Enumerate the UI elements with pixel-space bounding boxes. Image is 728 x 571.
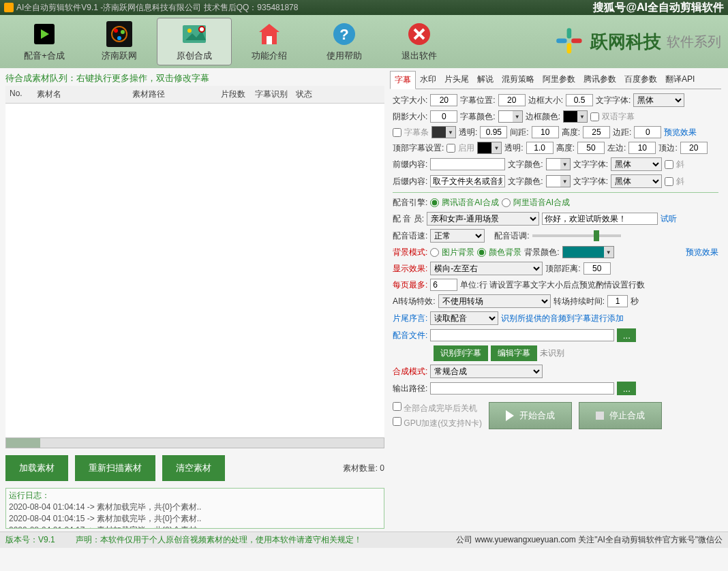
browse-audio-button[interactable]: ... bbox=[617, 328, 636, 342]
subbar-color-picker[interactable]: ▼ bbox=[431, 126, 456, 138]
main-toolbar: 配音+合成 济南跃网 原创合成 功能介绍 ? 使用帮助 退出软件 跃网科技 软件… bbox=[0, 15, 728, 68]
svg-rect-12 bbox=[267, 36, 272, 44]
subtitle-color-picker[interactable]: ▼ bbox=[498, 110, 523, 123]
bilingual-checkbox[interactable] bbox=[590, 112, 599, 121]
voice-select[interactable]: 亲和女声-通用场景 bbox=[427, 212, 539, 226]
svg-rect-17 bbox=[571, 39, 581, 44]
titlebar: AI全自动剪辑软件V9.1 -济南跃网信息科技有限公司 技术售后QQ：93548… bbox=[0, 0, 728, 15]
titlebar-brand: 搜狐号@AI全自动剪辑软件 bbox=[593, 1, 724, 15]
top-dist-input[interactable] bbox=[583, 262, 611, 275]
app-icon bbox=[4, 3, 14, 12]
clear-material-button[interactable]: 清空素材 bbox=[162, 455, 225, 481]
svg-rect-19 bbox=[556, 39, 566, 44]
tab-watermark[interactable]: 水印 bbox=[416, 71, 440, 89]
bg-color-picker[interactable]: ▼ bbox=[562, 246, 614, 258]
toolbar-exit[interactable]: 退出软件 bbox=[382, 18, 457, 65]
tab-subtitle[interactable]: 字幕 bbox=[390, 71, 416, 89]
test-text-input[interactable] bbox=[542, 213, 658, 225]
shutdown-checkbox[interactable] bbox=[393, 402, 401, 411]
preview-link[interactable]: 预览效果 bbox=[664, 127, 697, 138]
top-opacity-input[interactable] bbox=[526, 142, 553, 154]
height-input[interactable] bbox=[583, 126, 610, 138]
logo-area: 跃网科技 软件系列 bbox=[555, 27, 721, 57]
tab-mixcut[interactable]: 混剪策略 bbox=[498, 71, 539, 89]
compose-mode-select[interactable]: 常规合成 bbox=[430, 365, 543, 378]
top-margin-input[interactable] bbox=[680, 142, 708, 154]
tail-select[interactable]: 读取配音 bbox=[430, 311, 498, 325]
transition-select[interactable]: 不使用转场 bbox=[438, 294, 551, 308]
subtitle-pos-input[interactable] bbox=[498, 94, 526, 106]
engine-ali-radio[interactable] bbox=[502, 198, 511, 207]
toolbar-dubbing-compose[interactable]: 配音+合成 bbox=[7, 18, 82, 65]
suffix-italic-checkbox[interactable] bbox=[665, 177, 673, 186]
top-enable-checkbox[interactable] bbox=[446, 144, 455, 153]
tab-translate[interactable]: 翻译API bbox=[661, 71, 699, 89]
font-size-input[interactable] bbox=[430, 94, 457, 106]
speed-select[interactable]: 正常 bbox=[430, 229, 485, 243]
preview-link-2[interactable]: 预览效果 bbox=[686, 247, 718, 258]
svg-point-4 bbox=[114, 29, 118, 33]
suffix-color-picker[interactable]: ▼ bbox=[546, 175, 571, 187]
audio-file-input[interactable] bbox=[430, 329, 614, 341]
material-table-body[interactable] bbox=[5, 104, 384, 437]
bg-img-radio[interactable] bbox=[430, 248, 439, 257]
subtitle-bar-checkbox[interactable] bbox=[393, 128, 401, 137]
max-line-input[interactable] bbox=[430, 279, 457, 291]
prefix-italic-checkbox[interactable] bbox=[665, 160, 673, 169]
load-material-button[interactable]: 加载素材 bbox=[5, 455, 68, 481]
toolbar-jinan[interactable]: 济南跃网 bbox=[82, 18, 157, 65]
edit-subtitle-button[interactable]: 编辑字幕 bbox=[491, 345, 537, 361]
top-color-picker[interactable]: ▼ bbox=[477, 142, 502, 154]
border-size-input[interactable] bbox=[566, 94, 593, 106]
tab-headtail[interactable]: 片头尾 bbox=[440, 71, 473, 89]
bg-color-radio[interactable] bbox=[477, 248, 486, 257]
font-family-select[interactable]: 黑体 bbox=[633, 93, 684, 107]
svg-point-10 bbox=[199, 27, 204, 32]
svg-rect-2 bbox=[106, 21, 132, 47]
queue-hint: 待合成素材队列：右键执行更多操作，双击修改字幕 bbox=[5, 71, 384, 86]
tab-narration[interactable]: 解说 bbox=[473, 71, 498, 89]
prefix-input[interactable] bbox=[430, 158, 505, 170]
log-panel: 运行日志： 2020-08-04 01:04:14 -> 素材加载完毕，共{0}… bbox=[5, 488, 384, 529]
top-height-input[interactable] bbox=[577, 142, 605, 154]
gpu-checkbox[interactable] bbox=[393, 417, 401, 426]
svg-point-8 bbox=[187, 29, 192, 33]
browse-output-button[interactable]: ... bbox=[617, 382, 636, 395]
trans-dur-input[interactable] bbox=[607, 295, 628, 307]
opacity-input[interactable] bbox=[480, 126, 507, 138]
shadow-input[interactable] bbox=[430, 110, 457, 123]
prefix-color-picker[interactable]: ▼ bbox=[546, 158, 571, 170]
tab-tencent[interactable]: 腾讯参数 bbox=[579, 71, 620, 89]
stop-icon bbox=[596, 412, 604, 420]
toolbar-help[interactable]: ? 使用帮助 bbox=[307, 18, 382, 65]
recognize-subtitle-button[interactable]: 识别到字幕 bbox=[434, 345, 488, 361]
gap-input[interactable] bbox=[532, 126, 559, 138]
material-count: 素材数量: 0 bbox=[343, 463, 384, 474]
output-path-input[interactable] bbox=[430, 382, 614, 395]
svg-rect-18 bbox=[567, 43, 572, 53]
test-link[interactable]: 试听 bbox=[661, 213, 677, 225]
engine-tencent-radio[interactable] bbox=[430, 198, 439, 207]
border-color-picker[interactable]: ▼ bbox=[563, 110, 588, 123]
play-icon bbox=[506, 410, 514, 421]
statusbar: 版本号：V9.1 声明：本软件仅用于个人原创音视频素材的处理，使用本软件请遵守相… bbox=[0, 531, 728, 548]
window-title: AI全自动剪辑软件V9.1 -济南跃网信息科技有限公司 技术售后QQ：93548… bbox=[16, 2, 298, 14]
toolbar-original-compose[interactable]: 原创合成 bbox=[157, 18, 232, 65]
tab-ali[interactable]: 阿里参数 bbox=[539, 71, 579, 89]
rescan-material-button[interactable]: 重新扫描素材 bbox=[75, 455, 155, 481]
margin-input[interactable] bbox=[634, 126, 661, 138]
start-compose-button[interactable]: 开始合成 bbox=[489, 402, 572, 429]
toolbar-features[interactable]: 功能介绍 bbox=[232, 18, 307, 65]
display-select[interactable]: 横向-左至右 bbox=[430, 262, 543, 275]
svg-point-6 bbox=[117, 36, 121, 40]
suffix-input[interactable] bbox=[430, 175, 505, 187]
pitch-slider[interactable] bbox=[532, 234, 621, 237]
prefix-font-select[interactable]: 黑体 bbox=[611, 157, 662, 171]
top-left-input[interactable] bbox=[628, 142, 656, 154]
stop-compose-button[interactable]: 停止合成 bbox=[579, 402, 662, 429]
tab-baidu[interactable]: 百度参数 bbox=[620, 71, 661, 89]
slack-icon bbox=[555, 27, 585, 57]
h-scrollbar[interactable] bbox=[5, 437, 384, 448]
svg-text:?: ? bbox=[339, 26, 348, 43]
suffix-font-select[interactable]: 黑体 bbox=[611, 174, 662, 188]
